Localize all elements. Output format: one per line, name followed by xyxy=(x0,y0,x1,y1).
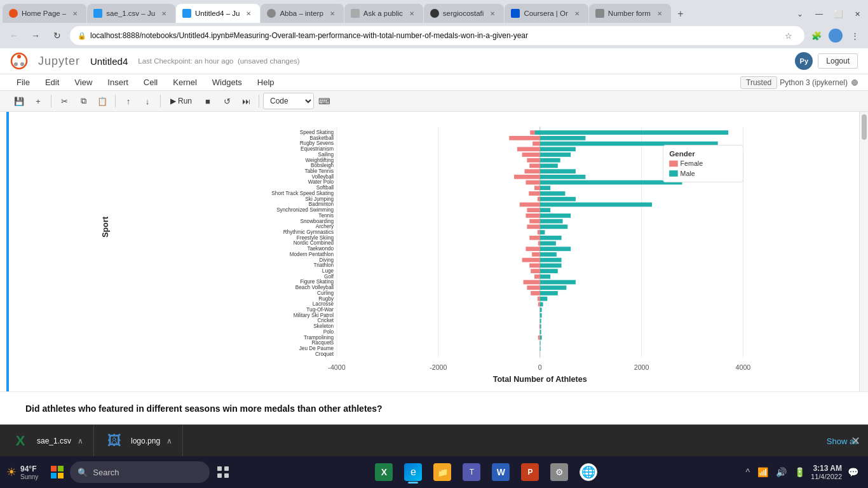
interrupt-button[interactable]: ■ xyxy=(199,93,217,109)
address-bar[interactable]: 🔒 localhost:8888/notebooks/Untitled4.ipy… xyxy=(70,26,804,45)
ppt-taskbar-app[interactable]: P xyxy=(517,459,543,485)
tab-sergio[interactable]: sergiocostafi ✕ xyxy=(424,4,505,23)
teams-app-icon: T xyxy=(463,463,480,481)
edge-taskbar-app[interactable]: e xyxy=(400,459,426,485)
download-chevron-sae[interactable]: ∧ xyxy=(78,437,83,445)
move-up-button[interactable]: ↑ xyxy=(119,93,137,109)
tray-battery[interactable]: 🔋 xyxy=(792,464,807,480)
minimize-button[interactable]: — xyxy=(811,6,827,22)
notebook-title[interactable]: Untitled4 xyxy=(90,56,128,67)
move-down-button[interactable]: ↓ xyxy=(139,93,156,109)
scrollbar-thumb[interactable] xyxy=(862,114,867,140)
restart-button[interactable]: ↺ xyxy=(218,93,236,109)
chrome-taskbar-app[interactable]: 🌐 xyxy=(575,459,602,485)
close-downloads-icon[interactable]: ✕ xyxy=(851,435,860,447)
legend-male-label: Male xyxy=(681,170,695,177)
keyboard-shortcuts-button[interactable]: ⌨ xyxy=(315,93,333,109)
start-button[interactable] xyxy=(44,459,70,485)
restore-button[interactable]: ⬜ xyxy=(830,6,846,22)
add-cell-button[interactable]: + xyxy=(29,93,47,109)
forward-button[interactable]: → xyxy=(27,27,44,44)
tray-volume[interactable]: 🔊 xyxy=(774,464,789,480)
downloads-close-button[interactable]: ✕ xyxy=(851,434,860,448)
cut-button[interactable]: ✂ xyxy=(55,93,73,109)
tab-close-untitled4[interactable]: ✕ xyxy=(243,8,254,18)
tab-untitled4[interactable]: Untitled4 – Ju ✕ xyxy=(176,4,260,23)
browser-menu-button[interactable]: ⋮ xyxy=(846,27,863,44)
tab-favicon-home xyxy=(9,9,18,18)
menu-kernel[interactable]: Kernel xyxy=(166,76,203,89)
taskbar-clock[interactable]: 3:13 AM 11/4/2022 xyxy=(811,464,842,480)
taskbar: ☀ 94°F Sunny 🔍 Search X xyxy=(0,456,868,488)
cell-type-select[interactable]: Code xyxy=(263,93,314,109)
explorer-taskbar-app[interactable]: 📁 xyxy=(429,459,456,485)
sport-label-37: Trampolining xyxy=(304,335,334,341)
tab-home[interactable]: Home Page – ✕ xyxy=(3,4,86,23)
tab-ask[interactable]: Ask a public ✕ xyxy=(344,4,423,23)
notification-center[interactable]: 💬 xyxy=(846,464,860,480)
back-button[interactable]: ← xyxy=(5,27,23,44)
tab-close-coursera[interactable]: ✕ xyxy=(572,8,582,18)
excel-taskbar-app[interactable]: X xyxy=(370,459,397,485)
tab-coursera[interactable]: Coursera | Or ✕ xyxy=(505,4,588,23)
taskbar-search-bar[interactable]: 🔍 Search xyxy=(70,461,210,483)
download-chevron-logo[interactable]: ∧ xyxy=(166,437,172,445)
trusted-badge: Trusted xyxy=(740,76,777,89)
tab-abba[interactable]: Abba – interp ✕ xyxy=(261,4,343,23)
tab-close-numform[interactable]: ✕ xyxy=(654,8,665,18)
tab-sae[interactable]: sae_1.csv – Ju ✕ xyxy=(87,4,175,23)
male-bar-34 xyxy=(540,319,541,323)
new-tab-button[interactable]: + xyxy=(672,5,689,23)
tab-list-button[interactable]: ⌄ xyxy=(792,6,808,22)
word-taskbar-app[interactable]: W xyxy=(487,459,514,485)
sport-label-0: Speed Skating xyxy=(300,130,334,135)
bookmark-button[interactable]: ☆ xyxy=(780,27,797,44)
tab-numform[interactable]: Number form ✕ xyxy=(589,4,671,23)
tab-close-home[interactable]: ✕ xyxy=(70,8,80,18)
tab-favicon-numform xyxy=(595,9,604,18)
extensions-button[interactable]: 🧩 xyxy=(808,27,825,44)
save-toolbar-button[interactable]: 💾 xyxy=(10,93,28,109)
refresh-button[interactable]: ↻ xyxy=(48,27,66,44)
menu-file[interactable]: File xyxy=(10,76,36,89)
sport-label-2: Rugby Sevens xyxy=(300,140,334,146)
tab-close-abba[interactable]: ✕ xyxy=(327,8,337,18)
bottom-question: Did athletes who featured in different s… xyxy=(0,391,868,424)
vertical-scrollbar[interactable] xyxy=(859,112,868,391)
menu-cell[interactable]: Cell xyxy=(137,76,164,89)
svg-rect-4 xyxy=(51,466,57,471)
logout-button[interactable]: Logout xyxy=(818,53,858,69)
copy-button[interactable]: ⧉ xyxy=(74,93,92,109)
male-bar-37 xyxy=(540,336,542,340)
checkpoint-info: Last Checkpoint: an hour ago (unsaved ch… xyxy=(138,57,299,65)
tab-close-sergio[interactable]: ✕ xyxy=(487,8,498,18)
download-item-sae: X sae_1.csv ∧ xyxy=(0,425,94,456)
svg-rect-9 xyxy=(224,466,229,471)
x-tick-zero: 0 xyxy=(538,363,542,371)
menu-widgets[interactable]: Widgets xyxy=(206,76,248,89)
settings-taskbar-app[interactable]: ⚙ xyxy=(546,459,573,485)
tab-favicon-untitled4 xyxy=(182,9,191,18)
svg-point-1 xyxy=(17,55,21,58)
menu-view[interactable]: View xyxy=(68,76,98,89)
tab-close-sae[interactable]: ✕ xyxy=(159,8,169,18)
tab-bar: Home Page – ✕ sae_1.csv – Ju ✕ Untitled4… xyxy=(0,0,868,23)
menu-help[interactable]: Help xyxy=(251,76,281,89)
sport-label-40: Croquet xyxy=(315,351,334,357)
tray-network[interactable]: 📶 xyxy=(756,464,770,480)
x-tick-minus2000: -2000 xyxy=(430,363,447,371)
teams-taskbar-app[interactable]: T xyxy=(458,459,485,485)
restart-run-button[interactable]: ⏭ xyxy=(237,93,255,109)
menu-edit[interactable]: Edit xyxy=(39,76,65,89)
tab-close-ask[interactable]: ✕ xyxy=(407,8,417,18)
tray-show-hidden[interactable]: ^ xyxy=(743,464,752,480)
menu-insert[interactable]: Insert xyxy=(101,76,135,89)
paste-button[interactable]: 📋 xyxy=(93,93,111,109)
tab-title-ask: Ask a public xyxy=(363,10,403,17)
task-view-button[interactable] xyxy=(210,459,236,485)
tab-favicon-abba xyxy=(267,9,276,18)
profile-button[interactable] xyxy=(827,27,844,44)
close-button[interactable]: ✕ xyxy=(849,5,865,23)
svg-rect-11 xyxy=(224,473,229,478)
run-button[interactable]: ▶ Run xyxy=(165,93,198,109)
